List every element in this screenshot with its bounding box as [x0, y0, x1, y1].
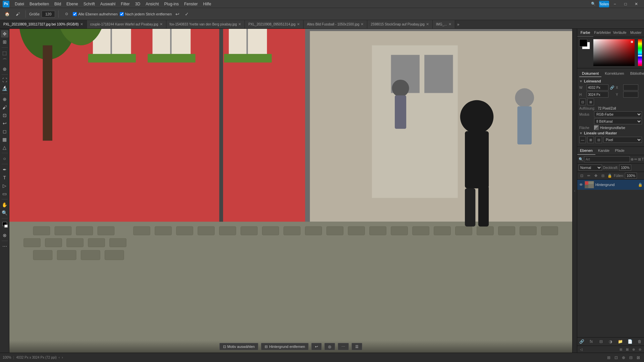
undo-button[interactable]: ↩	[174, 10, 181, 18]
move-tool[interactable]: ✥	[1, 30, 8, 38]
tab-2-close[interactable]: ✕	[238, 22, 241, 26]
statusbar-icon-5[interactable]: ⊠	[635, 355, 641, 361]
blur-tool[interactable]: △	[1, 144, 8, 151]
brush-tool-icon[interactable]: 🖌	[13, 10, 22, 18]
tab-3-close[interactable]: ✕	[297, 22, 300, 26]
eyedropper-tool[interactable]: 🔬	[1, 84, 8, 92]
footer-btn-3[interactable]: ⊠	[625, 347, 630, 352]
history-brush-tool[interactable]: ↩	[1, 120, 8, 127]
lock-all-btn[interactable]: 🔒	[607, 173, 613, 179]
selection-tool[interactable]: ⬚	[1, 49, 8, 57]
lineale-unit-select[interactable]: Pixel	[603, 137, 642, 143]
color-gradient-picker[interactable]	[593, 39, 635, 66]
tab-0-close[interactable]: ✕	[80, 22, 83, 26]
layer-item-hintergrund[interactable]: 👁 Hintergrund 🔒	[577, 180, 644, 190]
mask-mode-tool[interactable]: ⊗	[1, 232, 8, 239]
height-input[interactable]	[587, 92, 608, 98]
link-wh-icon[interactable]: 🔗	[610, 85, 614, 90]
remove-background-button[interactable]: ⊟ Hintergrund entfernen	[261, 343, 309, 350]
tab-farbe[interactable]: Farbe	[577, 29, 593, 37]
menu-plugins[interactable]: Plug-ins	[162, 1, 181, 7]
opacity-input[interactable]	[619, 165, 631, 171]
panel-toggle[interactable]: ‹	[572, 29, 577, 353]
tool-option-icon[interactable]: ⊙	[62, 10, 71, 18]
footer-btn-1[interactable]: ◁	[579, 347, 584, 352]
tab-6-close[interactable]: ✕	[448, 22, 451, 26]
lineale-btn-2[interactable]: ⊞	[587, 136, 594, 143]
clone-stamp-tool[interactable]: ⊡	[1, 112, 8, 119]
layers-tool-4[interactable]: T	[642, 156, 644, 162]
size-input[interactable]	[42, 11, 55, 17]
share-button[interactable]: Teilen	[599, 1, 609, 7]
nav-arrow-left[interactable]: ‹	[59, 356, 60, 359]
tab-6[interactable]: IMG_... ✕	[433, 20, 455, 29]
statusbar-icon-1[interactable]: ⊞	[606, 355, 612, 361]
quick-select-tool[interactable]: ⊛	[1, 65, 8, 73]
menu-bild[interactable]: Bild	[52, 1, 64, 7]
lineale-btn-1[interactable]: —	[579, 136, 586, 143]
canvas-extra-button3[interactable]: ⋯	[338, 343, 349, 350]
menu-schrift[interactable]: Schrift	[81, 1, 98, 7]
tab-pfade[interactable]: Pfade	[612, 147, 627, 155]
tabbar-overflow-arrow[interactable]: »	[455, 22, 462, 27]
minimize-button[interactable]: −	[610, 1, 620, 7]
width-input[interactable]	[587, 84, 608, 90]
gradient-tool[interactable]: ▦	[1, 136, 8, 143]
zoom-tool[interactable]: 🔍	[1, 209, 8, 217]
canvas-extra-button4[interactable]: ☰	[352, 343, 362, 350]
tab-5[interactable]: 2598015 StockSnap auf Pixabay.jpg ✕	[367, 20, 433, 29]
lineale-section-header[interactable]: ▼ Lineale und Raster	[579, 131, 642, 135]
menu-3d[interactable]: 3D	[132, 1, 143, 7]
all-layers-checkbox[interactable]	[73, 12, 77, 16]
bit-select[interactable]: 8 Bit/Kanal	[594, 118, 642, 124]
fit-btn[interactable]: ⊡	[579, 99, 586, 105]
layer-visibility-toggle[interactable]: 👁	[579, 182, 583, 187]
lock-position-btn[interactable]: ✥	[593, 173, 599, 179]
foreground-color-swatch[interactable]	[579, 39, 587, 47]
new-group-btn[interactable]: 📁	[617, 339, 623, 345]
select-subject-button[interactable]: ⊡ Motiv auswählen	[219, 343, 259, 350]
props-tab-dokument[interactable]: Dokument	[579, 70, 601, 77]
footer-btn-2[interactable]: ⊞	[618, 347, 624, 352]
home-tool-icon[interactable]: 🏠	[3, 10, 11, 18]
props-tab-korrekturen[interactable]: Korrekturen	[602, 70, 627, 77]
tab-0[interactable]: PXL_20210809_100117327.jpg bei 100% (RGB…	[0, 20, 87, 29]
layers-tool-1[interactable]: ⊕	[631, 156, 634, 162]
layers-tool-3[interactable]: ⊞	[638, 156, 641, 162]
statusbar-icon-2[interactable]: ⊡	[613, 355, 619, 361]
tab-4[interactable]: Altes Bild Fussball - 1050x1500.jpg ✕	[304, 20, 367, 29]
tab-4-close[interactable]: ✕	[361, 22, 364, 26]
brush-tool[interactable]: 🖌	[1, 104, 8, 111]
lock-transparency-btn[interactable]: ⊡	[579, 173, 585, 179]
canvas-extra-button1[interactable]: ↩	[311, 343, 322, 350]
lasso-tool[interactable]: ⌒	[1, 57, 8, 65]
footer-btn-4[interactable]: ⊕	[631, 347, 636, 352]
artboard-tool[interactable]: ⊞	[1, 38, 8, 46]
menu-auswahl[interactable]: Auswahl	[98, 1, 118, 7]
pen-tool[interactable]: ✒	[1, 166, 8, 173]
menu-bearbeiten[interactable]: Bearbeiten	[27, 1, 52, 7]
lock-brush-btn[interactable]: ✏	[586, 173, 592, 179]
layers-tool-2[interactable]: ✏	[634, 156, 637, 162]
maximize-button[interactable]: □	[621, 1, 631, 7]
menu-hilfe[interactable]: Hilfe	[201, 1, 214, 7]
spot-healing-tool[interactable]: ⊕	[1, 96, 8, 103]
new-layer-btn[interactable]: 📄	[627, 339, 633, 345]
menu-datei[interactable]: Datei	[12, 1, 27, 7]
menu-fenster[interactable]: Fenster	[181, 1, 201, 7]
y-input[interactable]	[623, 92, 638, 98]
color-swatches-tool[interactable]	[1, 220, 8, 231]
link-layers-btn[interactable]: 🔗	[579, 339, 585, 345]
hue-slider[interactable]	[638, 39, 642, 66]
hand-tool[interactable]: ✋	[1, 201, 8, 208]
tab-verlaeufe[interactable]: Verläufe	[611, 29, 628, 37]
tab-5-close[interactable]: ✕	[426, 22, 429, 26]
add-mask-btn[interactable]: ⊟	[598, 339, 604, 345]
statusbar-icon-3[interactable]: ⊕	[621, 355, 627, 361]
nav-arrow-right[interactable]: ›	[62, 356, 63, 359]
blend-mode-select[interactable]: Normal	[579, 165, 602, 171]
add-style-btn[interactable]: fx	[588, 339, 594, 345]
tab-2[interactable]: fox-1540833 Yvette van den Berg pixabay.…	[166, 20, 245, 29]
layers-search-input[interactable]	[584, 156, 630, 162]
tab-kanaele[interactable]: Kanäle	[595, 147, 612, 155]
